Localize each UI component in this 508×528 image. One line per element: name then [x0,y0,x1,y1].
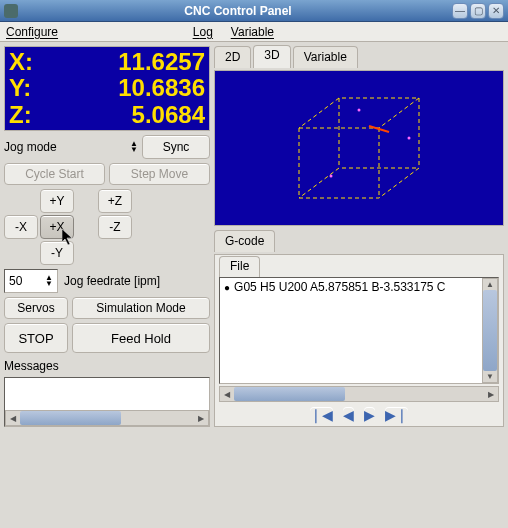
step-move-button[interactable]: Step Move [109,163,210,185]
menu-configure[interactable]: Configure [6,25,58,39]
nav-controls: ❘◀ ◀ ▶ ▶❘ [215,404,503,426]
sync-button[interactable]: Sync [142,135,210,159]
stop-button[interactable]: STOP [4,323,68,353]
cycle-start-button[interactable]: Cycle Start [4,163,105,185]
wireframe-box-icon [259,88,459,208]
servos-button[interactable]: Servos [4,297,68,319]
messages-label: Messages [4,359,210,373]
nav-back-button[interactable]: ◀ [343,407,354,423]
gcode-panel: File ●G05 H5 U200 A5.875851 B-3.533175 C… [214,254,504,427]
minimize-button[interactable]: — [452,3,468,19]
gcode-line[interactable]: ●G05 H5 U200 A5.875851 B-3.533175 C [220,278,482,383]
coord-z: Z: 5.0684 [9,102,205,128]
jog-minus-y-button[interactable]: -Y [40,241,74,265]
jog-plus-z-button[interactable]: +Z [98,189,132,213]
tab-2d[interactable]: 2D [214,46,251,68]
stepper-icon: ▲▼ [41,275,53,287]
menu-variable[interactable]: Variable [231,25,274,39]
scroll-left-icon[interactable]: ◀ [6,411,20,425]
3d-viewport[interactable] [214,70,504,226]
coordinates-panel: X: 11.6257 Y: 10.6836 Z: 5.0684 [4,46,210,131]
tab-gcode[interactable]: G-code [214,230,275,252]
window-title: CNC Control Panel [24,4,452,18]
scroll-up-icon[interactable]: ▲ [483,279,497,290]
feed-hold-button[interactable]: Feed Hold [72,323,210,353]
close-button[interactable]: ✕ [488,3,504,19]
messages-scrollbar[interactable]: ◀ ▶ [5,410,209,426]
jog-plus-x-button[interactable]: +X [40,215,74,239]
scroll-down-icon[interactable]: ▼ [483,371,497,382]
jog-minus-z-button[interactable]: -Z [98,215,132,239]
nav-first-button[interactable]: ❘◀ [310,407,333,423]
jog-minus-x-button[interactable]: -X [4,215,38,239]
svg-point-2 [330,175,333,178]
nav-last-button[interactable]: ▶❘ [385,407,408,423]
menubar: Configure Log Variable [0,22,508,42]
tab-variable[interactable]: Variable [293,46,358,68]
maximize-button[interactable]: ▢ [470,3,486,19]
feedrate-input[interactable]: 50 ▲▼ [4,269,58,293]
stepper-icon: ▲▼ [126,141,138,153]
gcode-h-scrollbar[interactable]: ◀ ▶ [219,386,499,402]
titlebar: CNC Control Panel — ▢ ✕ [0,0,508,22]
app-icon [4,4,18,18]
nav-next-button[interactable]: ▶ [364,407,375,423]
bullet-icon: ● [224,282,230,293]
window-controls: — ▢ ✕ [452,3,504,19]
tab-file[interactable]: File [219,256,260,277]
jog-mode-select[interactable]: Jog mode ▲▼ [4,135,138,159]
view-tabs: 2D 3D Variable [214,46,504,68]
feedrate-label: Jog feedrate [ipm] [64,274,160,288]
scroll-right-icon[interactable]: ▶ [194,411,208,425]
svg-point-3 [408,137,411,140]
simulation-mode-button[interactable]: Simulation Mode [72,297,210,319]
messages-box: ◀ ▶ [4,377,210,427]
gcode-v-scrollbar[interactable]: ▲ ▼ [482,278,498,383]
menu-log[interactable]: Log [193,25,213,39]
coord-x: X: 11.6257 [9,49,205,75]
tab-3d[interactable]: 3D [253,45,290,68]
coord-y: Y: 10.6836 [9,75,205,101]
jog-pad: +Y -X +X -Y +Z -Z [4,189,210,265]
scroll-right-icon[interactable]: ▶ [484,387,498,401]
svg-point-1 [358,109,361,112]
gcode-tabs: G-code [214,230,504,252]
scroll-left-icon[interactable]: ◀ [220,387,234,401]
jog-plus-y-button[interactable]: +Y [40,189,74,213]
